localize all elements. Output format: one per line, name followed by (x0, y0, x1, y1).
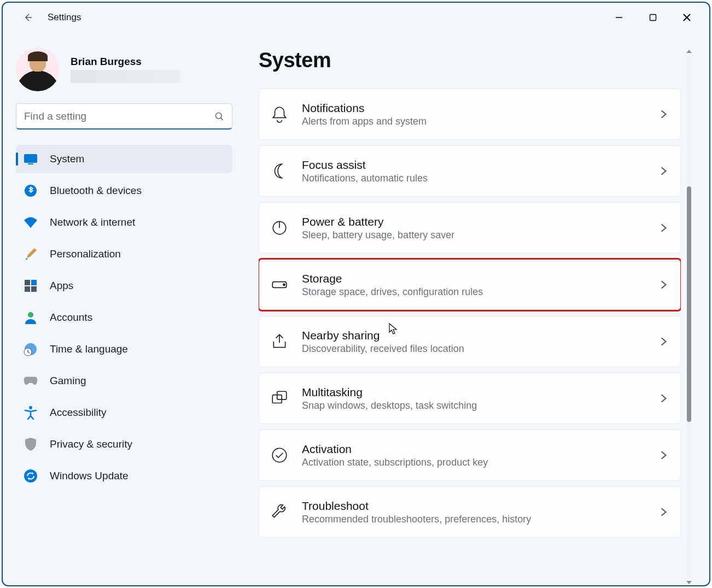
person-icon (24, 310, 38, 325)
sidebar-item-personalization[interactable]: Personalization (16, 240, 232, 268)
card-storage[interactable]: Storage Storage space, drives, configura… (259, 259, 681, 310)
svg-point-12 (29, 406, 32, 409)
card-title: Activation (302, 443, 645, 456)
maximize-button[interactable] (637, 6, 669, 29)
wifi-icon (24, 215, 38, 230)
search-input[interactable] (16, 103, 232, 130)
scroll-thumb[interactable] (687, 186, 691, 422)
chevron-right-icon (658, 166, 668, 176)
sidebar-item-accounts[interactable]: Accounts (16, 303, 232, 332)
card-title: Storage (302, 272, 645, 285)
card-nearby-sharing[interactable]: Nearby sharing Discoverability, received… (259, 316, 681, 367)
nav-list: System Bluetooth & devices Network & int… (16, 145, 232, 490)
display-icon (24, 152, 38, 166)
svg-rect-7 (25, 286, 30, 292)
avatar (16, 48, 60, 91)
svg-point-9 (28, 312, 33, 317)
chevron-right-icon (658, 393, 668, 403)
svg-point-19 (272, 448, 287, 462)
card-subtitle: Notifications, automatic rules (302, 173, 645, 184)
check-circle-icon (270, 446, 289, 464)
card-subtitle: Discoverability, received files location (302, 343, 645, 355)
sidebar-item-label: Bluetooth & devices (50, 185, 142, 197)
svg-rect-5 (25, 280, 30, 285)
back-arrow-icon (22, 12, 33, 23)
title-bar: Settings (3, 3, 709, 32)
chevron-right-icon (658, 507, 668, 517)
svg-point-13 (24, 469, 37, 483)
bluetooth-icon (24, 184, 38, 198)
sidebar-item-label: System (50, 153, 84, 165)
card-title: Notifications (302, 102, 645, 115)
share-icon (270, 332, 289, 351)
card-focus-assist[interactable]: Focus assist Notifications, automatic ru… (259, 145, 681, 197)
sidebar-item-windows-update[interactable]: Windows Update (16, 462, 232, 490)
card-title: Nearby sharing (302, 329, 645, 342)
sidebar-item-gaming[interactable]: Gaming (16, 367, 232, 395)
sidebar-item-label: Network & internet (50, 216, 135, 228)
sidebar-item-label: Personalization (50, 248, 121, 260)
bell-icon (270, 105, 289, 124)
settings-window: Settings Brian Burgess (2, 2, 710, 586)
wrench-icon (270, 503, 289, 521)
sidebar-item-label: Accessibility (50, 407, 106, 419)
card-title: Focus assist (302, 158, 645, 172)
card-multitasking[interactable]: Multitasking Snap windows, desktops, tas… (259, 373, 681, 424)
scroll-up-icon[interactable] (686, 50, 692, 53)
accessibility-icon (24, 405, 38, 420)
gamepad-icon (24, 374, 38, 388)
card-subtitle: Alerts from apps and system (302, 116, 645, 127)
sidebar-item-label: Time & language (50, 343, 128, 355)
sidebar-item-accessibility[interactable]: Accessibility (16, 398, 232, 427)
card-subtitle: Storage space, drives, configuration rul… (302, 286, 645, 298)
close-button[interactable] (671, 6, 703, 29)
sidebar-item-label: Privacy & security (50, 438, 132, 450)
sidebar-item-bluetooth[interactable]: Bluetooth & devices (16, 177, 232, 205)
card-troubleshoot[interactable]: Troubleshoot Recommended troubleshooters… (259, 486, 681, 538)
minimize-button[interactable] (603, 6, 635, 29)
chevron-right-icon (658, 223, 668, 233)
app-title: Settings (48, 12, 81, 23)
svg-rect-6 (31, 280, 37, 285)
scroll-down-icon[interactable] (686, 581, 692, 584)
user-email-redacted (71, 70, 180, 83)
paintbrush-icon (24, 247, 38, 261)
close-icon (682, 13, 691, 22)
window-controls (603, 6, 706, 29)
moon-icon (270, 162, 289, 180)
update-icon (24, 469, 38, 483)
card-title: Power & battery (302, 215, 645, 228)
storage-icon (270, 275, 289, 294)
maximize-icon (649, 13, 657, 22)
chevron-right-icon (658, 109, 668, 119)
back-button[interactable] (18, 8, 38, 27)
sidebar-item-apps[interactable]: Apps (16, 272, 232, 300)
sidebar: Brian Burgess System Bluetooth & devices (3, 32, 246, 585)
card-power-battery[interactable]: Power & battery Sleep, battery usage, ba… (259, 202, 681, 254)
card-title: Troubleshoot (302, 499, 645, 513)
svg-rect-8 (31, 286, 37, 292)
sidebar-item-network[interactable]: Network & internet (16, 208, 232, 237)
shield-icon (24, 437, 38, 451)
settings-card-list: Notifications Alerts from apps and syste… (259, 89, 681, 538)
scrollbar[interactable] (685, 49, 693, 585)
apps-icon (24, 279, 38, 293)
card-subtitle: Recommended troubleshooters, preferences… (302, 514, 645, 525)
sidebar-item-label: Windows Update (50, 470, 129, 482)
svg-point-16 (283, 284, 285, 285)
user-profile[interactable]: Brian Burgess (16, 48, 232, 91)
page-title: System (259, 49, 681, 72)
svg-rect-2 (24, 154, 37, 163)
svg-rect-3 (28, 163, 33, 164)
card-subtitle: Sleep, battery usage, battery saver (302, 230, 645, 241)
sidebar-item-privacy[interactable]: Privacy & security (16, 430, 232, 458)
user-info: Brian Burgess (71, 56, 232, 83)
clock-globe-icon (24, 342, 38, 356)
sidebar-item-label: Apps (50, 280, 73, 292)
card-notifications[interactable]: Notifications Alerts from apps and syste… (259, 89, 681, 140)
card-subtitle: Snap windows, desktops, task switching (302, 400, 645, 411)
scroll-track[interactable] (687, 55, 691, 579)
sidebar-item-system[interactable]: System (16, 145, 232, 173)
sidebar-item-time-language[interactable]: Time & language (16, 335, 232, 363)
card-activation[interactable]: Activation Activation state, subscriptio… (259, 430, 681, 481)
